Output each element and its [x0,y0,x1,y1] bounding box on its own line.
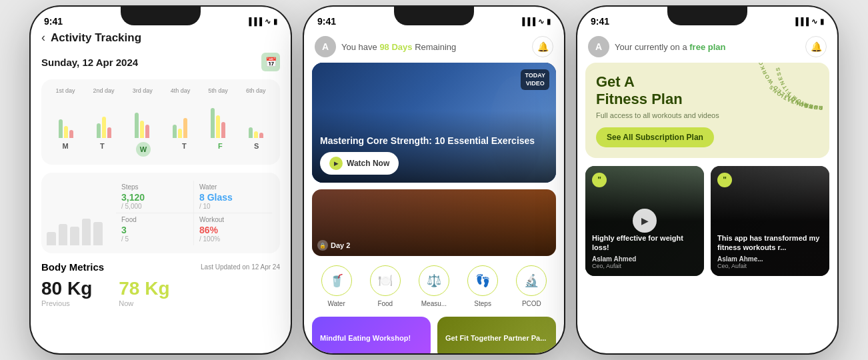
weekday-T1: T [100,142,105,157]
weekday-M: M [63,142,69,157]
notification-bell-3[interactable]: 🔔 [805,36,827,57]
day-label-2nd: 2nd day [93,87,115,94]
now-metric: 78 Kg Now [119,278,169,307]
categories-row: 🥤 Water 🍽️ Food ⚖️ Measu... 👣 Steps 🔬 [304,261,564,311]
watch-now-button[interactable]: ▶ Watch Now [320,152,399,175]
body-metrics-title: Body Metrics [41,261,104,273]
food-label: Food [121,216,188,223]
stat-food: Food 3 / 5 [116,213,194,245]
category-pcod[interactable]: 🔬 PCOD [516,265,547,307]
category-water[interactable]: 🥤 Water [321,265,352,307]
weekday-T2: T [182,142,187,157]
stat-steps: Steps 3,120 / 5,000 [116,181,194,213]
steps-value: 3,120 [121,192,188,203]
free-plan-label: free plan [689,42,725,52]
page-title: Activity Tracking [51,31,141,45]
see-all-subscription-button[interactable]: See All Subscription Plan [596,127,714,147]
days-remaining: 98 Days [379,42,412,52]
battery-icon-2: ▮ [547,17,551,26]
category-steps[interactable]: 👣 Steps [467,265,498,307]
weekday-W-active: W [136,142,151,157]
day-label-5th: 5th day [208,87,228,94]
food-icon: 🍽️ [370,265,401,296]
testimonial-text-2: This app has transformed my fitness work… [717,233,823,253]
signal-icon-2: ▐▐▐ [520,17,535,25]
fitness-plan-banner: PREMIUM FITNESS CLASSES NUTRITION PERSON… [585,63,829,158]
testimonial-role-1: Ceo, Aufait [592,263,697,269]
category-food[interactable]: 🍽️ Food [370,265,401,307]
date-display: Sunday, 12 Apr 2024 [41,57,138,68]
test-overlay-1: " ▶ Highly effective for weight loss! As… [585,166,704,276]
plan-greeting: Your currently on a free plan [615,42,725,52]
chart-weekdays: M T W T F S [47,142,275,157]
steps-icon: 👣 [467,265,498,296]
stats-right: Steps 3,120 / 5,000 Water 8 Glass / 10 F… [108,173,280,253]
banner-title-line2: Fitness Plan [596,91,683,107]
user-greeting: A You have 98 Days Remaining [315,36,456,57]
mindful-eating-card[interactable]: Mindful Eating Workshop! [312,317,431,353]
calendar-icon[interactable]: 📅 [261,53,280,71]
lock-icon: 🔒 [317,240,328,251]
food-goal: / 5 [121,235,188,243]
mini-chart [41,173,108,253]
steps-label: Steps [474,300,491,307]
phone-1-activity: 9:41 ▐▐▐ ∿ ▮ ‹ Activity Tracking Sunday,… [31,7,291,353]
status-icons-2: ▐▐▐ ∿ ▮ [520,17,551,26]
workout-label: Workout [199,216,267,223]
battery-icon-3: ▮ [820,17,824,26]
previous-value: 80 Kg [41,278,92,299]
body-metrics-header: Body Metrics Last Updated on 12 Apr 24 [41,261,280,273]
wifi-icon-3: ∿ [811,17,817,26]
weekday-S: S [254,142,259,157]
day2-card[interactable]: 🔒 Day 2 [312,189,556,256]
water-icon: 🥤 [321,265,352,296]
badge-today: TODAY [525,72,545,80]
phone3-content: A Your currently on a free plan 🔔 [577,31,837,353]
status-icons-1: ▐▐▐ ∿ ▮ [247,17,277,26]
notch-2 [394,7,474,25]
banner-title: Get A Fitness Plan [596,73,819,109]
status-time-3: 9:41 [591,16,609,27]
bar-S [249,127,263,138]
back-button[interactable]: ‹ [41,31,45,45]
testimonial-name-2: Aslam Ahme... [717,255,823,263]
testimonial-text-1: Highly effective for weight loss! [592,233,697,253]
hero-video-card[interactable]: TODAY VIDEO Mastering Core Strength: 10 … [312,63,556,183]
bottom-cards-row: Mindful Eating Workshop! Get Fit Togethe… [312,317,556,353]
water-label: Water [327,300,345,307]
mindful-label: Mindful Eating Workshop! [320,333,411,343]
testimonial-name-1: Aslam Ahmed [592,255,697,263]
day-label-1st: 1st day [56,87,75,94]
partner-card[interactable]: Get Fit Together Partner Pa... [437,317,556,353]
day-label: Day 2 [331,241,350,249]
workout-goal: / 100% [199,235,267,243]
greeting-text: You have 98 Days Remaining [341,42,456,52]
steps-goal: / 5,000 [121,203,188,210]
secondary-cards-row: 🔒 Day 2 [312,189,556,256]
day-label-4th: 4th day [171,87,191,94]
steps-label: Steps [121,183,188,191]
notification-bell[interactable]: 🔔 [532,36,553,57]
category-measure[interactable]: ⚖️ Measu... [419,265,449,307]
quote-mark-2: " [717,173,732,187]
now-label: Now [119,299,169,307]
partner-label: Get Fit Together Partner Pa... [445,333,546,343]
notch-1 [121,7,201,25]
phone2-content: A You have 98 Days Remaining 🔔 [304,31,564,353]
testimonial-role-2: Ceo, Aufait [717,263,823,269]
play-button-1[interactable]: ▶ [633,209,657,233]
food-label: Food [377,300,393,307]
remaining-suffix: Remaining [415,42,456,52]
testimonial-card-1[interactable]: " ▶ Highly effective for weight loss! As… [585,166,704,276]
testimonial-card-2[interactable]: " This app has transformed my fitness wo… [711,166,829,276]
play-icon: ▶ [329,157,343,170]
test-overlay-2: " This app has transformed my fitness wo… [711,166,829,276]
phone-3-subscription: 9:41 ▐▐▐ ∿ ▮ A Your currently on a free … [577,7,837,353]
banner-title-line1: Get A [596,73,635,90]
wifi-icon-2: ∿ [538,17,544,26]
status-time-2: 9:41 [317,16,336,27]
hero-content: Mastering Core Strength: 10 Essential Ex… [320,135,548,175]
stat-workout: Workout 86% / 100% [194,213,272,245]
pcod-icon: 🔬 [516,265,547,296]
signal-icon: ▐▐▐ [247,17,262,25]
